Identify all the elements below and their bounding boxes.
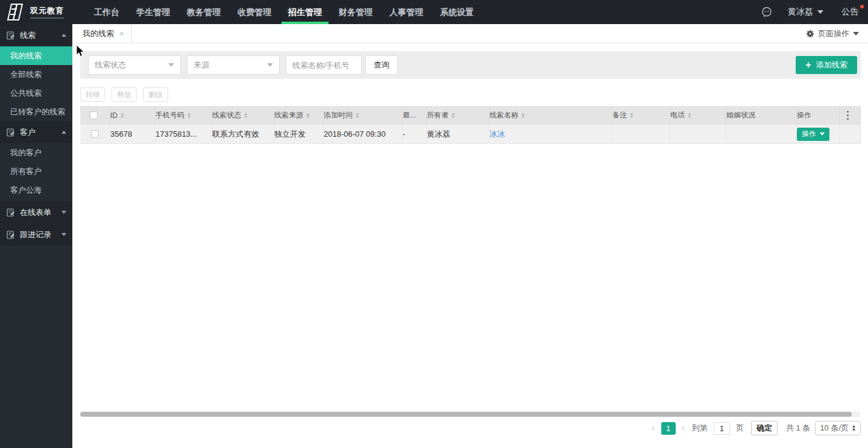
- page-1-button[interactable]: 1: [661, 422, 676, 435]
- sort-icon[interactable]: ▲▼: [187, 113, 191, 119]
- notification-dot: [860, 5, 864, 8]
- brand-text: 双元教育: [30, 5, 64, 19]
- col-added-time-label: 添加时间: [324, 110, 353, 120]
- next-page-icon[interactable]: ›: [678, 423, 688, 434]
- nav-item-settings[interactable]: 系统设置: [432, 0, 482, 24]
- page-actions-menu[interactable]: 页面操作: [806, 24, 868, 43]
- col-recent: 最...: [403, 106, 427, 125]
- row-action-button[interactable]: 操作: [797, 128, 829, 141]
- source-select-value: 来源: [193, 60, 209, 70]
- row-select-cell: [80, 125, 110, 143]
- sort-icon[interactable]: ▲▼: [306, 113, 310, 119]
- col-marital: 婚姻状况: [726, 106, 797, 125]
- sidebar-item-public-leads[interactable]: 公共线索: [0, 84, 72, 102]
- col-phone[interactable]: 手机号码▲▼: [156, 106, 212, 125]
- sidebar-group-followups[interactable]: 跟进记录: [0, 223, 72, 246]
- topbar: 双元教育 工作台 学生管理 教务管理 收费管理 招生管理 财务管理 人事管理 系…: [0, 0, 868, 24]
- sort-icon[interactable]: ▲▼: [244, 113, 248, 119]
- announcement-link[interactable]: 公告: [841, 7, 858, 17]
- form-edit-icon: [7, 208, 15, 217]
- chevron-down-icon: [267, 63, 273, 67]
- lead-name-link[interactable]: 冰冰: [489, 129, 505, 140]
- cell-spacer: [840, 125, 861, 143]
- sidebar-group-customers[interactable]: 客户: [0, 121, 72, 143]
- sort-icon[interactable]: ▲▼: [121, 113, 124, 119]
- horizontal-scrollbar-track[interactable]: [80, 411, 861, 417]
- col-added-time[interactable]: 添加时间▲▼: [324, 106, 403, 125]
- cell-lead-name: 冰冰: [489, 125, 612, 143]
- col-lead-name[interactable]: 线索名称▲▼: [489, 106, 612, 125]
- sidebar-item-all-customers[interactable]: 所有客户: [0, 162, 72, 181]
- col-id[interactable]: ID▲▼: [110, 106, 156, 125]
- collapse-caret-icon: [61, 34, 66, 37]
- close-icon[interactable]: ×: [119, 30, 124, 38]
- nav-item-workbench[interactable]: 工作台: [86, 0, 128, 24]
- prev-page-icon[interactable]: ‹: [648, 423, 658, 434]
- sort-icon[interactable]: ▲▼: [630, 113, 634, 119]
- goto-page-input[interactable]: [714, 422, 730, 435]
- delete-button[interactable]: 删除: [143, 87, 168, 102]
- sidebar-item-customer-pool[interactable]: 客户公海: [0, 181, 72, 199]
- sidebar-item-my-customers[interactable]: 我的客户: [0, 143, 72, 162]
- col-owner-label: 所有者: [427, 110, 448, 120]
- sort-icon[interactable]: ▲▼: [356, 113, 359, 119]
- nav-item-hr[interactable]: 人事管理: [381, 0, 432, 24]
- user-name: 黄冰荔: [788, 7, 813, 17]
- bulk-actions: 转移 释放 删除: [80, 87, 174, 102]
- gear-icon: [806, 30, 814, 38]
- cell-owner: 黄冰荔: [427, 125, 489, 143]
- transfer-button[interactable]: 转移: [80, 87, 105, 102]
- sort-icon[interactable]: ▲▼: [451, 113, 455, 119]
- confirm-button[interactable]: 确定: [751, 421, 778, 435]
- col-remark[interactable]: 备注▲▼: [612, 106, 670, 125]
- tab-my-leads[interactable]: 我的线索 ×: [72, 24, 132, 43]
- sidebar-group-followups-label: 跟进记录: [20, 229, 61, 240]
- source-select[interactable]: 来源: [187, 55, 280, 75]
- active-nav-underline: [281, 22, 329, 24]
- form-edit-icon: [7, 31, 15, 40]
- column-settings-icon[interactable]: [847, 110, 849, 121]
- col-lead-status[interactable]: 线索状态▲▼: [212, 106, 274, 125]
- nav-item-students[interactable]: 学生管理: [128, 0, 178, 24]
- sidebar-group-leads[interactable]: 线索: [0, 24, 72, 46]
- sidebar-item-my-leads[interactable]: 我的线索: [0, 46, 72, 65]
- horizontal-scrollbar-thumb[interactable]: [80, 412, 852, 417]
- page-size-select[interactable]: 10 条/页 ▲▼: [815, 421, 861, 435]
- sort-icon[interactable]: ▲▼: [521, 113, 525, 119]
- expand-caret-icon: [61, 233, 66, 236]
- search-button[interactable]: 查询: [365, 55, 398, 75]
- sort-icon[interactable]: ▲▼: [688, 113, 691, 119]
- chat-icon[interactable]: [761, 7, 772, 17]
- nav-item-finance[interactable]: 财务管理: [330, 0, 381, 24]
- cell-marital: [726, 125, 797, 143]
- sidebar-group-online-forms[interactable]: 在线表单: [0, 201, 72, 223]
- user-menu[interactable]: 黄冰荔: [788, 7, 823, 17]
- add-lead-button[interactable]: + 添加线索: [796, 56, 857, 74]
- row-checkbox[interactable]: [91, 130, 99, 138]
- keyword-input[interactable]: [286, 55, 362, 75]
- add-lead-label: 添加线索: [816, 60, 848, 70]
- release-button[interactable]: 释放: [112, 87, 137, 102]
- nav-item-academic[interactable]: 教务管理: [178, 0, 229, 24]
- col-lead-source-label: 线索来源: [274, 110, 303, 120]
- col-owner[interactable]: 所有者▲▼: [427, 106, 489, 125]
- total-count-label: 共 1 条: [786, 423, 810, 434]
- lead-status-select[interactable]: 线索状态: [88, 55, 181, 75]
- col-recent-label: 最...: [403, 110, 416, 120]
- main-area: 我的线索 × 页面操作 线索状态 来源 查询 +: [72, 24, 868, 448]
- nav-item-fees[interactable]: 收费管理: [229, 0, 280, 24]
- nav-item-admissions[interactable]: 招生管理: [280, 0, 330, 24]
- goto-label: 到第: [692, 423, 708, 434]
- topbar-right: 黄冰荔 公告: [761, 7, 868, 17]
- main-nav: 工作台 学生管理 教务管理 收费管理 招生管理 财务管理 人事管理 系统设置: [86, 0, 482, 24]
- sidebar-item-all-leads[interactable]: 全部线索: [0, 65, 72, 84]
- col-lead-name-label: 线索名称: [489, 110, 518, 120]
- col-tel-label: 电话: [670, 110, 685, 120]
- sidebar-item-converted-leads[interactable]: 已转客户的线索: [0, 102, 72, 121]
- cell-lead-status: 联系方式有效: [212, 125, 274, 143]
- col-lead-source[interactable]: 线索来源▲▼: [274, 106, 324, 125]
- form-edit-icon: [7, 231, 15, 239]
- select-all-checkbox[interactable]: [90, 111, 98, 119]
- col-tel[interactable]: 电话▲▼: [670, 106, 726, 125]
- cell-recent: -: [403, 125, 427, 143]
